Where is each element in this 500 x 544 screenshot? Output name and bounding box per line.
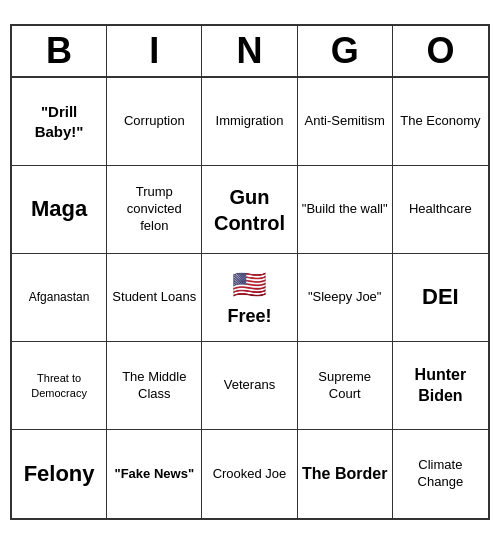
cell-b5[interactable]: Felony <box>12 430 107 518</box>
header-i: I <box>107 26 202 78</box>
header-g: G <box>298 26 393 78</box>
cell-b1[interactable]: "Drill Baby!" <box>12 78 107 166</box>
cell-i1[interactable]: Corruption <box>107 78 202 166</box>
bingo-header: B I N G O <box>12 26 488 78</box>
flag-icon: 🇺🇸 <box>232 267 267 303</box>
cell-n5[interactable]: Crooked Joe <box>202 430 297 518</box>
cell-o3[interactable]: DEI <box>393 254 488 342</box>
cell-g5[interactable]: The Border <box>298 430 393 518</box>
cell-i2[interactable]: Trump convicted felon <box>107 166 202 254</box>
cell-n4[interactable]: Veterans <box>202 342 297 430</box>
cell-i3[interactable]: Student Loans <box>107 254 202 342</box>
cell-o1[interactable]: The Economy <box>393 78 488 166</box>
cell-g2[interactable]: "Build the wall" <box>298 166 393 254</box>
bingo-grid: "Drill Baby!" Corruption Immigration Ant… <box>12 78 488 518</box>
cell-g1[interactable]: Anti-Semitism <box>298 78 393 166</box>
cell-g3[interactable]: "Sleepy Joe" <box>298 254 393 342</box>
cell-b3[interactable]: Afganastan <box>12 254 107 342</box>
header-b: B <box>12 26 107 78</box>
free-label: Free! <box>227 305 271 328</box>
cell-o4[interactable]: Hunter Biden <box>393 342 488 430</box>
cell-b4[interactable]: Threat to Democracy <box>12 342 107 430</box>
cell-o5[interactable]: Climate Change <box>393 430 488 518</box>
cell-n2[interactable]: Gun Control <box>202 166 297 254</box>
cell-n1[interactable]: Immigration <box>202 78 297 166</box>
bingo-card: B I N G O "Drill Baby!" Corruption Immig… <box>10 24 490 520</box>
cell-g4[interactable]: Supreme Court <box>298 342 393 430</box>
header-n: N <box>202 26 297 78</box>
cell-b2[interactable]: Maga <box>12 166 107 254</box>
cell-n3-free[interactable]: 🇺🇸 Free! <box>202 254 297 342</box>
cell-i5[interactable]: "Fake News" <box>107 430 202 518</box>
cell-i4[interactable]: The Middle Class <box>107 342 202 430</box>
cell-o2[interactable]: Healthcare <box>393 166 488 254</box>
header-o: O <box>393 26 488 78</box>
